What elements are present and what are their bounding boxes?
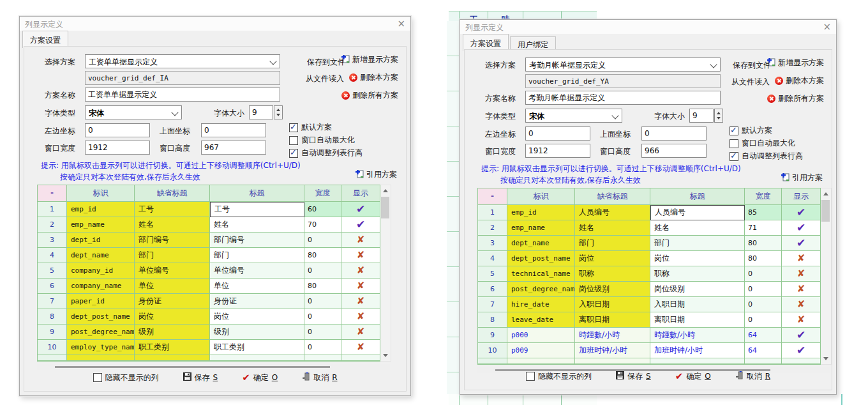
cell-show-toggle[interactable]: ✘ xyxy=(341,263,380,279)
top-coord-field[interactable] xyxy=(641,126,707,141)
table-row[interactable]: 10p009加班时钟/小时加班时钟/小时64✔ xyxy=(478,343,820,358)
cell-default-title[interactable]: 姓名 xyxy=(135,217,210,233)
auto-row-height-checkbox[interactable]: 自动调整列表行高 xyxy=(730,151,803,162)
cell-default-title[interactable]: 入职日期 xyxy=(575,297,650,312)
spin-up-icon[interactable] xyxy=(717,112,721,114)
cell-row-number[interactable]: 3 xyxy=(38,233,67,248)
cell-row-number[interactable]: 4 xyxy=(478,251,507,266)
cell-default-title[interactable] xyxy=(135,355,210,361)
cell-field-id[interactable]: p000 xyxy=(507,328,575,343)
cell-default-title[interactable]: 级别 xyxy=(135,325,210,340)
cell-title[interactable]: 部门编号 xyxy=(210,233,304,248)
add-scheme-button[interactable]: 新增显示方案 xyxy=(341,54,398,65)
cell-show-toggle[interactable]: ✔ xyxy=(782,328,820,343)
cell-field-id[interactable]: p009 xyxy=(507,343,575,358)
cell-field-id[interactable]: leave_date xyxy=(507,312,575,328)
cell-width[interactable]: 0 xyxy=(745,282,782,297)
cell-default-title[interactable]: 岗位 xyxy=(575,251,650,266)
cell-title[interactable] xyxy=(210,355,304,361)
add-scheme-button[interactable]: 新增显示方案 xyxy=(767,57,824,68)
titlebar[interactable]: 列显示定义 × xyxy=(20,17,410,31)
cell-width[interactable]: 60 xyxy=(304,202,341,217)
cell-title[interactable]: 职工类别 xyxy=(210,340,304,355)
cell-title[interactable]: 加班时钟/小时 xyxy=(650,343,745,358)
cell-show-toggle[interactable]: ✘ xyxy=(341,294,380,309)
spin-down-icon[interactable] xyxy=(717,117,721,119)
cell-title[interactable]: 岗位级别 xyxy=(650,282,745,297)
cell-show-toggle[interactable] xyxy=(782,358,820,364)
cell-field-id[interactable]: dept_post_name xyxy=(67,309,135,325)
cell-default-title[interactable]: 加班时钟/小时 xyxy=(575,343,650,358)
top-coord-field[interactable] xyxy=(201,123,266,137)
cell-row-number[interactable]: 2 xyxy=(38,217,67,233)
save-to-file-button[interactable]: 保存到文件 xyxy=(307,57,345,68)
cell-default-title[interactable]: 身份证 xyxy=(135,294,210,309)
cell-title[interactable]: 岗位 xyxy=(650,251,745,266)
cell-default-title[interactable]: 工号 xyxy=(135,202,210,217)
cell-width[interactable]: 85 xyxy=(745,205,782,220)
left-coord-field[interactable] xyxy=(525,126,590,141)
table-row[interactable]: 2emp_name姓名姓名71✔ xyxy=(478,220,820,236)
cell-field-id[interactable]: paper_id xyxy=(67,294,135,309)
cell-title[interactable]: 工号 xyxy=(210,202,304,217)
vertical-scrollbar[interactable] xyxy=(380,185,391,362)
table-row[interactable]: 7paper_id身份证身份证0✘ xyxy=(38,294,380,309)
table-row[interactable]: 6company_name单位单位80✘ xyxy=(38,279,380,294)
table-row[interactable]: 9post_degree_name级别级别0✘ xyxy=(38,325,380,340)
tab-scheme-settings[interactable]: 方案设置 xyxy=(22,31,68,48)
cell-field-id[interactable]: emp_name xyxy=(67,217,135,233)
cell-default-title[interactable]: 部门 xyxy=(575,236,650,251)
scroll-up-icon[interactable] xyxy=(383,189,388,192)
cell-width[interactable]: 0 xyxy=(304,325,341,340)
ok-button[interactable]: ✔ 确定 O xyxy=(242,372,278,383)
cell-show-toggle[interactable]: ✔ xyxy=(341,217,380,233)
cell-row-number[interactable]: 5 xyxy=(478,266,507,282)
cell-width[interactable]: 0 xyxy=(304,340,341,355)
cell-row-number[interactable]: 7 xyxy=(38,294,67,309)
cell-default-title[interactable]: 部门 xyxy=(135,248,210,263)
cell-width[interactable]: 0 xyxy=(745,297,782,312)
hide-hidden-columns-checkbox[interactable]: 隐藏不显示的列 xyxy=(93,372,159,383)
cell-show-toggle[interactable]: ✘ xyxy=(782,282,820,297)
cell-row-number[interactable]: 2 xyxy=(478,220,507,236)
cell-title[interactable]: 人员编号 xyxy=(650,205,745,220)
table-row[interactable]: 9p000時鍾數/小時時鍾數/小時64✔ xyxy=(478,328,820,343)
cell-row-number[interactable]: 10 xyxy=(478,343,507,358)
delete-scheme-button[interactable]: 删除本方案 xyxy=(775,75,824,86)
cell-show-toggle[interactable]: ✘ xyxy=(341,325,380,340)
cell-row-number[interactable]: 1 xyxy=(38,202,67,217)
font-type-combobox[interactable]: 宋体 xyxy=(525,109,622,123)
select-scheme-combobox[interactable]: 考勤月帐单据显示定义 xyxy=(525,57,721,72)
scroll-up-icon[interactable] xyxy=(823,192,828,195)
hide-hidden-columns-checkbox[interactable]: 隐藏不显示的列 xyxy=(526,371,592,382)
cell-field-id[interactable]: hire_date xyxy=(507,297,575,312)
scheme-code-field[interactable] xyxy=(525,74,721,88)
ok-button[interactable]: ✔ 确定 O xyxy=(675,371,711,382)
cell-default-title[interactable]: 离职日期 xyxy=(575,312,650,328)
delete-all-schemes-button[interactable]: 删除所有方案 xyxy=(767,93,824,104)
delete-scheme-button[interactable]: 删除本方案 xyxy=(349,72,398,83)
titlebar[interactable]: 列显示定义 × xyxy=(460,20,836,34)
cell-field-id[interactable]: company_id xyxy=(67,263,135,279)
auto-row-height-checkbox[interactable]: 自动调整列表行高 xyxy=(289,148,363,158)
font-type-combobox[interactable]: 宋体 xyxy=(85,105,182,119)
cancel-button[interactable]: 取消 R xyxy=(302,372,337,383)
cell-show-toggle[interactable]: ✘ xyxy=(782,251,820,266)
cell-field-id[interactable]: post_degree_name xyxy=(507,282,575,297)
cell-row-number[interactable]: 3 xyxy=(478,236,507,251)
cell-title[interactable]: 单位编号 xyxy=(210,263,304,279)
cell-default-title[interactable]: 部门编号 xyxy=(135,233,210,248)
cell-row-number[interactable]: 8 xyxy=(38,309,67,325)
cell-show-toggle[interactable]: ✘ xyxy=(341,248,380,263)
cell-title[interactable]: 岗位 xyxy=(210,309,304,325)
cell-default-title[interactable]: 人员编号 xyxy=(575,205,650,220)
cell-title[interactable]: 時鍾數/小時 xyxy=(650,328,745,343)
cell-title[interactable]: 离职日期 xyxy=(650,312,745,328)
quote-scheme-button[interactable]: 引用方案 xyxy=(781,172,823,183)
cell-field-id[interactable]: emp_name xyxy=(507,220,575,236)
save-button[interactable]: 保存 S xyxy=(616,371,651,382)
cell-default-title[interactable]: 岗位级别 xyxy=(575,282,650,297)
cell-field-id[interactable]: technical_name xyxy=(507,266,575,282)
table-row[interactable]: 1emp_id人员编号人员编号85✔ xyxy=(478,205,820,220)
scrollbar-thumb[interactable] xyxy=(55,366,330,368)
